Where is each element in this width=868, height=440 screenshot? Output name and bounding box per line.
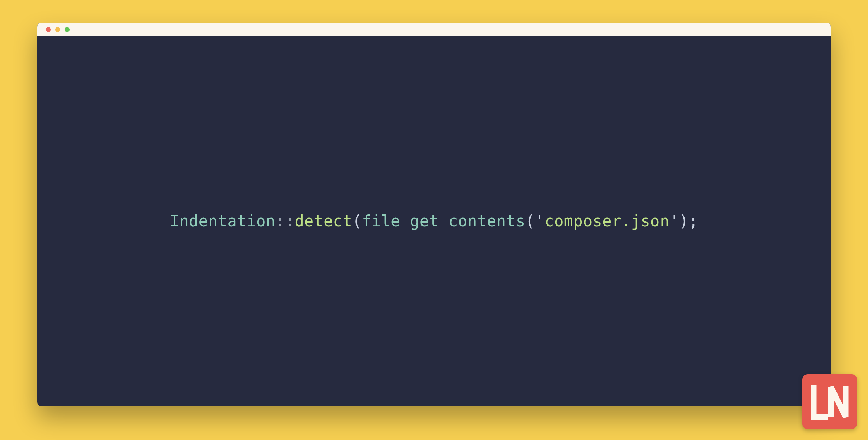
- token-operator: ::: [275, 212, 294, 230]
- logo-badge: [802, 374, 857, 429]
- token-semicolon: ;: [689, 212, 698, 230]
- editor-area: Indentation::detect(file_get_contents('c…: [37, 36, 831, 406]
- token-function: file_get_contents: [362, 212, 525, 230]
- token-quote: ': [535, 212, 545, 230]
- token-paren-close: ): [679, 212, 689, 230]
- logo-icon: [808, 380, 851, 423]
- token-quote: ': [669, 212, 679, 230]
- window-titlebar: [37, 23, 831, 36]
- token-class: Indentation: [170, 212, 275, 230]
- token-string: composer.json: [545, 212, 670, 230]
- maximize-icon[interactable]: [65, 27, 70, 32]
- token-method: detect: [295, 212, 353, 230]
- token-paren-open: (: [352, 212, 362, 230]
- editor-window: Indentation::detect(file_get_contents('c…: [37, 23, 831, 406]
- minimize-icon[interactable]: [55, 27, 60, 32]
- token-paren-open: (: [525, 212, 535, 230]
- close-icon[interactable]: [46, 27, 51, 32]
- code-line: Indentation::detect(file_get_contents('c…: [170, 212, 698, 230]
